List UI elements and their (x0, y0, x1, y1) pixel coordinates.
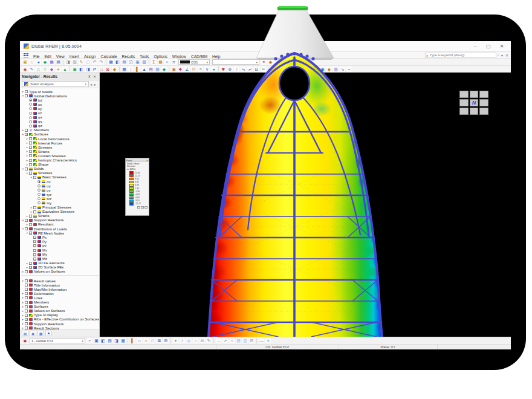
north-arrow-icon[interactable]: N (470, 99, 479, 106)
toolbar-icon[interactable]: ▣ (320, 66, 325, 72)
toolbar-icon[interactable]: ▣ (94, 338, 99, 343)
tree-item[interactable]: ▸Strains (21, 149, 99, 154)
legend-edit-button[interactable] (144, 206, 148, 209)
toolbar-icon[interactable]: → (216, 338, 221, 343)
tree-item[interactable]: φx (21, 115, 99, 120)
tree-item[interactable]: ✓Px (21, 235, 99, 239)
checkbox[interactable]: ✓ (33, 249, 36, 252)
toolbar-icon[interactable]: ◇ (186, 338, 192, 343)
checkbox[interactable] (29, 215, 32, 218)
toolbar-icon[interactable]: ▥ (333, 66, 339, 72)
tree-item[interactable]: ▸Result values (21, 279, 99, 283)
menu-utility-icon[interactable]: ▾ (500, 53, 504, 57)
tree-item[interactable]: uz (21, 111, 99, 115)
menu-insert[interactable]: Insert (67, 54, 82, 59)
toolbar-icon[interactable]: □ (150, 338, 155, 343)
toolbar-icon[interactable]: ✎ (29, 66, 34, 72)
tree-item[interactable]: ▸Deformation (21, 291, 99, 296)
toolbar-icon[interactable]: ≡ (198, 66, 203, 72)
tree-item[interactable]: ▸Isotropic Characteristics (21, 158, 99, 163)
toolbar-icon[interactable]: □ (99, 66, 104, 72)
tree-item[interactable]: ▸Resultant (21, 222, 99, 227)
radio-button[interactable] (37, 189, 41, 192)
prev-case-button[interactable]: ◂ (89, 82, 93, 86)
tree-item[interactable]: ▸Strains (21, 214, 99, 218)
navigator-tab[interactable]: ◉ (30, 331, 36, 336)
toolbar-icon[interactable]: ▦ (108, 59, 114, 65)
nav-cell[interactable] (479, 108, 488, 115)
navigator-tab[interactable]: ▦ (37, 331, 44, 336)
radio-button[interactable] (29, 120, 32, 123)
toolbar-icon[interactable]: ⊓ (191, 66, 196, 72)
checkbox[interactable]: ✓ (25, 133, 28, 136)
toolbar-icon[interactable]: ◆ (161, 66, 167, 72)
toolbar-icon[interactable]: ⊟ (254, 66, 259, 72)
tree-item[interactable]: ▸Support Reactions (21, 322, 99, 326)
toolbar-icon[interactable]: ⌂ (29, 59, 34, 65)
checkbox[interactable] (29, 150, 32, 153)
toolbar-icon[interactable]: △ (36, 66, 41, 72)
checkbox[interactable] (25, 310, 28, 313)
tree-item[interactable]: |u| (21, 98, 99, 102)
toolbar-icon[interactable]: ▦ (122, 66, 127, 72)
toolbar-icon[interactable]: ✱ (221, 66, 226, 72)
toolbar-icon[interactable]: ▣ (171, 66, 177, 72)
checkbox[interactable] (29, 146, 32, 149)
toolbar-icon[interactable]: ⊕ (227, 66, 233, 72)
toolbar-icon[interactable]: ▤ (107, 338, 112, 343)
toolbar-icon[interactable]: ⌐ (87, 338, 92, 343)
radio-button[interactable] (29, 99, 32, 102)
tree-item[interactable]: φy (21, 120, 99, 124)
tree-item[interactable]: ▸✓2D Surface FEs (21, 265, 99, 270)
toolbar-icon[interactable]: ◆ (42, 59, 48, 65)
radio-button[interactable] (29, 103, 32, 106)
toolbar-icon[interactable]: ◆ (326, 66, 332, 72)
result-filter-combo[interactable]: ▾ (212, 59, 259, 65)
toolbar-icon[interactable]: ⊞ (163, 338, 169, 343)
toolbar-icon[interactable]: ⌂ (137, 338, 142, 343)
toolbar-icon[interactable]: ∩ (143, 338, 149, 343)
toolbar-icon[interactable]: ⊙ (199, 338, 205, 343)
toolbar-icon[interactable]: / (234, 66, 239, 72)
toolbar-icon[interactable]: ▥ (155, 66, 160, 72)
toolbar-icon[interactable]: ↘ (340, 66, 345, 72)
checkbox[interactable] (25, 301, 28, 304)
legend-options-button[interactable] (141, 206, 144, 209)
work-plane-icon[interactable]: ◆ (22, 338, 28, 343)
menu-utility-icon[interactable]: ✕ (504, 53, 510, 57)
toolbar-icon[interactable]: ≡ (229, 338, 235, 343)
toolbar-icon[interactable]: ◧ (100, 338, 106, 343)
toolbar-icon[interactable]: ▣ (72, 66, 77, 72)
toolbar-icon[interactable]: ◨ (85, 66, 91, 72)
close-icon[interactable]: ✕ (92, 74, 97, 79)
checkbox[interactable] (25, 270, 28, 273)
menu-edit[interactable]: Edit (42, 54, 53, 59)
nav-cell[interactable] (470, 108, 479, 115)
checkbox[interactable]: ✓ (33, 253, 36, 256)
checkbox[interactable] (29, 262, 32, 265)
tree-item[interactable]: ▸Stresses (21, 145, 99, 149)
close-icon[interactable]: ✕ (146, 159, 148, 162)
radio-button[interactable] (37, 197, 41, 200)
menu-calculate[interactable]: Calculate (98, 54, 119, 59)
toolbar-icon[interactable]: ⇄ (92, 66, 97, 72)
legend-settings-button[interactable] (137, 206, 140, 209)
tree-item[interactable]: ▾Basic Stresses (21, 175, 99, 180)
toolbar-icon[interactable]: ⌖ (173, 338, 178, 343)
toolbar-icon[interactable]: ▤ (310, 66, 316, 72)
menu-file[interactable]: File (31, 54, 42, 59)
checkbox[interactable] (25, 305, 28, 308)
toolbar-icon[interactable]: ◨ (114, 338, 119, 343)
checkbox[interactable] (33, 176, 36, 179)
toolbar-icon[interactable]: ↷ (99, 59, 104, 65)
tree-item[interactable]: ▸Equivalent Stresses (21, 210, 99, 214)
toolbar-icon[interactable]: ▤ (236, 338, 241, 343)
checkbox[interactable] (29, 223, 32, 226)
toolbar-icon[interactable]: ≅ (270, 66, 276, 72)
toolbar-icon[interactable]: ✚ (178, 66, 183, 72)
menu-window[interactable]: Window (170, 54, 189, 59)
tree-item[interactable]: ✓My (21, 253, 99, 257)
navigator-tab[interactable]: ⚑ (45, 331, 52, 336)
tree-item[interactable]: ▾✓FE Mesh Nodes (21, 231, 99, 235)
toolbar-icon[interactable]: ⊟ (249, 338, 255, 343)
